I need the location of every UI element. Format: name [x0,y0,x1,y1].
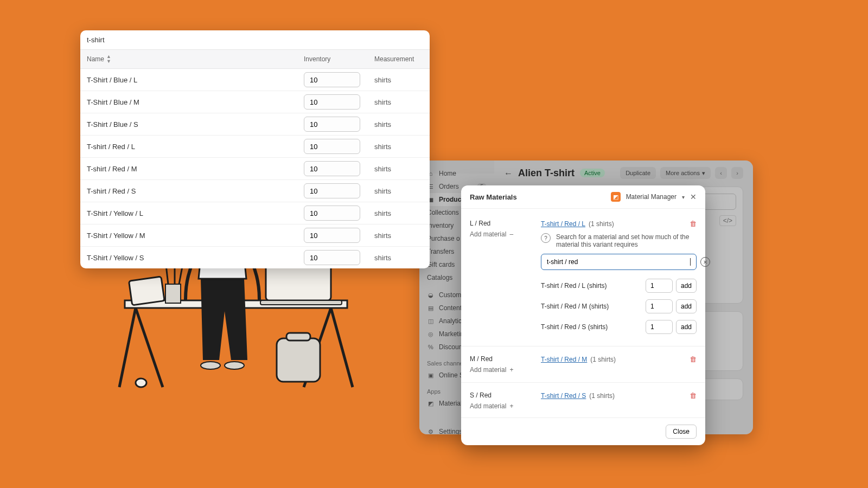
measurement-unit: shirts [374,76,423,84]
variant-block: S / RedAdd material +T-shirt / Red / S(1… [470,386,697,415]
inventory-input[interactable] [304,206,360,221]
material-count: (1 shirts) [589,220,614,228]
prev-button[interactable]: ‹ [715,167,727,179]
measurement-unit: shirts [374,143,423,151]
material-name: T-Shirt / Blue / L [87,76,304,84]
chevron-down-icon[interactable]: ▾ [682,194,685,200]
duplicate-button[interactable]: Duplicate [620,167,656,179]
svg-rect-2 [260,300,342,305]
svg-point-16 [201,362,220,369]
column-name[interactable]: Name ▲▼ [87,54,304,64]
sidebar: ⌂Home ☰Orders5 ◼Products Collections Inv… [419,160,494,174]
material-link[interactable]: T-shirt / Red / M [541,356,587,363]
measurement-unit: shirts [374,120,423,129]
table-row: T-Shirt / Blue / Mshirts [80,91,430,113]
material-name: T-shirt / Red / L [87,143,304,151]
measurement-unit: shirts [374,209,423,217]
table-row: T-shirt / Red / Mshirts [80,158,430,180]
code-view-icon[interactable]: </> [719,215,736,226]
plus-icon: + [509,402,513,410]
quantity-input[interactable] [646,279,673,293]
material-name: T-shirt / Red / S [87,187,304,195]
search-result-row: T-shirt / Red / M (shirts)add [541,296,697,317]
add-button[interactable]: add [676,279,697,293]
material-count: (1 shirts) [589,392,615,400]
inventory-input[interactable] [304,94,360,110]
measurement-unit: shirts [374,232,423,240]
svg-rect-9 [286,333,310,341]
column-inventory[interactable]: Inventory [304,55,374,63]
close-icon[interactable]: ✕ [690,192,697,201]
svg-point-17 [225,362,244,369]
table-row: T-Shirt / Yellow / Sshirts [80,247,430,268]
material-name: T-shirt / Red / M [87,165,304,173]
svg-rect-4 [165,284,181,303]
material-link[interactable]: T-shirt / Red / L [541,220,585,228]
table-row: T-shirt / Red / Sshirts [80,180,430,202]
inventory-input[interactable] [304,183,360,198]
raw-materials-modal: Raw Materials ◩ Material Manager ▾ ✕ L /… [461,185,705,445]
inventory-input[interactable] [304,250,360,265]
add-material-button[interactable]: Add material + [470,366,532,374]
page-title: Alien T-shirt [518,168,575,179]
nav-home[interactable]: ⌂Home [419,167,494,180]
materials-table-card: t-shirt Name ▲▼ Inventory Measurement T-… [80,30,430,268]
material-name: T-Shirt / Blue / M [87,98,304,106]
back-arrow-icon[interactable]: ← [504,169,513,177]
plus-icon: + [509,366,513,374]
inventory-input[interactable] [304,72,360,87]
inventory-input[interactable] [304,117,360,132]
svg-rect-3 [129,277,165,305]
add-button[interactable]: add [676,320,697,334]
more-actions-button[interactable]: More actions▾ [660,167,711,179]
result-name: T-shirt / Red / M (shirts) [541,303,646,310]
close-button[interactable]: Close [666,425,697,439]
variant-block: M / RedAdd material +T-shirt / Red / M(1… [470,350,697,379]
trash-icon[interactable]: 🗑 [690,355,697,363]
chevron-down-icon: ▾ [702,170,705,177]
modal-header: Raw Materials ◩ Material Manager ▾ ✕ [461,185,705,209]
help-icon[interactable]: ? [541,233,551,243]
quantity-input[interactable] [646,299,673,313]
variant-block: L / RedAdd material –T-shirt / Red / L(1… [470,214,697,343]
inventory-input[interactable] [304,228,360,243]
add-button[interactable]: add [676,299,697,313]
svg-rect-8 [277,338,320,382]
measurement-unit: shirts [374,187,423,195]
measurement-unit: shirts [374,165,423,173]
material-search-input[interactable] [547,258,690,266]
next-button[interactable]: › [731,167,743,179]
search-result-row: T-shirt / Red / S (shirts)add [541,317,697,337]
inventory-input[interactable] [304,139,360,154]
result-name: T-shirt / Red / L (shirts) [541,282,646,290]
material-name: T-Shirt / Yellow / M [87,232,304,240]
modal-title: Raw Materials [470,193,517,201]
material-search-field[interactable]: ✕ [541,254,697,270]
help-text: Search for a material and set how much o… [556,233,697,248]
result-name: T-shirt / Red / S (shirts) [541,323,646,331]
clear-icon[interactable]: ✕ [700,257,710,267]
column-measurement[interactable]: Measurement [374,55,423,63]
table-search-input[interactable]: t-shirt [80,30,430,50]
material-name: T-Shirt / Yellow / S [87,254,304,262]
add-material-button[interactable]: Add material – [470,230,532,238]
variant-name: M / Red [470,355,532,363]
table-row: T-Shirt / Yellow / Mshirts [80,224,430,247]
material-name: T-Shirt / Yellow / L [87,209,304,217]
material-manager-icon: ◩ [611,192,621,202]
measurement-unit: shirts [374,254,423,262]
add-material-button[interactable]: Add material + [470,402,532,410]
variant-name: S / Red [470,391,532,399]
material-link[interactable]: T-shirt / Red / S [541,392,586,400]
table-row: T-Shirt / Yellow / Lshirts [80,202,430,224]
quantity-input[interactable] [646,320,673,334]
variant-name: L / Red [470,220,532,227]
table-header: Name ▲▼ Inventory Measurement [80,50,430,69]
material-name: T-Shirt / Blue / S [87,120,304,129]
trash-icon[interactable]: 🗑 [690,391,697,400]
status-badge: Active [580,169,605,177]
trash-icon[interactable]: 🗑 [690,220,697,228]
search-result-row: T-shirt / Red / L (shirts)add [541,275,697,296]
table-row: T-Shirt / Blue / Sshirts [80,113,430,136]
inventory-input[interactable] [304,161,360,176]
